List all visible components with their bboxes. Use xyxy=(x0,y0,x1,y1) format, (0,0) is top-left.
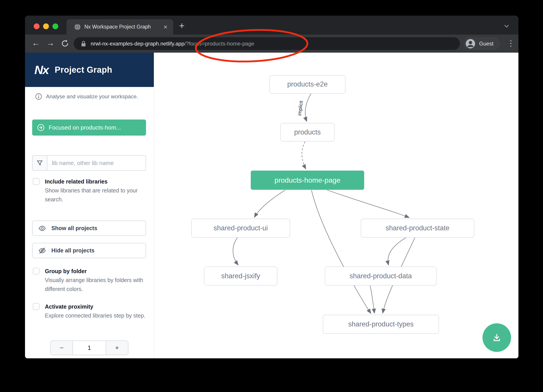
stepper-decrement-button[interactable]: − xyxy=(51,341,73,355)
edge-shared-product-state-shared-product-data xyxy=(388,238,406,265)
group-by-folder-row: Group by folder Visually arrange librari… xyxy=(33,267,146,293)
page-content: Nx Project Graph Analyse and visualize y… xyxy=(25,53,518,358)
lock-icon xyxy=(81,40,86,47)
edge-products-home-page-shared-product-ui xyxy=(254,190,285,217)
graph-node-products[interactable]: products xyxy=(280,123,334,141)
node-label: shared-product-state xyxy=(386,224,449,232)
tab-title: Nx Workspace Project Graph xyxy=(85,24,151,30)
hide-all-projects-label: Hide all projects xyxy=(51,247,94,254)
focused-button[interactable]: Focused on products-hom... xyxy=(32,120,146,136)
node-label: shared-product-data xyxy=(349,272,412,280)
show-all-projects-label: Show all projects xyxy=(51,225,97,232)
info-icon xyxy=(35,93,42,100)
graph-node-shared-product-ui[interactable]: shared-product-ui xyxy=(191,219,290,237)
edge-products-home-page-shared-product-types xyxy=(311,190,371,314)
tab-strip: Nx Workspace Project Graph × + xyxy=(25,16,518,35)
profile-button[interactable]: Guest xyxy=(464,37,500,50)
edge-products-products-home-page xyxy=(302,142,306,169)
close-window-button[interactable] xyxy=(34,23,40,29)
forward-button[interactable]: → xyxy=(46,38,55,48)
node-label: products-e2e xyxy=(287,80,328,88)
kebab-menu-icon[interactable]: ⋮ xyxy=(507,39,515,48)
group-by-folder-checkbox[interactable] xyxy=(33,268,40,275)
graph-node-shared-product-types[interactable]: shared-product-types xyxy=(323,315,439,334)
page-title: Project Graph xyxy=(55,65,112,75)
browser-tab[interactable]: Nx Workspace Project Graph × xyxy=(67,19,173,35)
node-label: shared-jsxify xyxy=(221,272,260,280)
tab-close-icon[interactable]: × xyxy=(164,24,167,30)
graph-node-shared-product-data[interactable]: shared-product-data xyxy=(325,267,436,285)
filter-icon xyxy=(33,156,47,170)
url-query: /?focus=products-home-page xyxy=(184,41,254,47)
project-graph-canvas[interactable]: implicit products-e2e products products-… xyxy=(154,53,518,358)
nx-logo: Nx xyxy=(34,64,48,76)
arrow-right-circle-icon xyxy=(37,124,45,131)
globe-favicon-icon xyxy=(74,24,81,30)
avatar-icon xyxy=(466,39,475,48)
edge-label-implicit: implicit xyxy=(296,100,304,116)
node-label: products-home-page xyxy=(274,176,340,184)
app-header: Nx Project Graph xyxy=(25,53,154,87)
minimize-window-button[interactable] xyxy=(43,23,49,29)
sidebar: Nx Project Graph Analyse and visualize y… xyxy=(25,53,154,358)
url-domain: nrwl-nx-examples-dep-graph.netlify.app xyxy=(91,41,184,47)
eye-icon xyxy=(38,225,46,232)
hide-all-projects-button[interactable]: Hide all projects xyxy=(32,243,146,258)
address-bar[interactable]: nrwl-nx-examples-dep-graph.netlify.app/?… xyxy=(74,37,460,50)
download-button[interactable] xyxy=(482,323,511,352)
zoom-window-button[interactable] xyxy=(52,23,58,29)
screenshot-canvas: Nx Workspace Project Graph × + ← → nrwl-… xyxy=(0,0,543,392)
stepper-increment-button[interactable]: + xyxy=(106,341,128,355)
download-icon xyxy=(491,332,503,343)
filter-input[interactable] xyxy=(47,156,146,170)
show-all-projects-button[interactable]: Show all projects xyxy=(32,221,146,236)
filter-box xyxy=(32,155,146,171)
reload-button[interactable] xyxy=(60,39,70,48)
activate-proximity-label: Activate proximity xyxy=(45,303,146,311)
new-tab-button[interactable]: + xyxy=(179,21,185,31)
browser-window: Nx Workspace Project Graph × + ← → nrwl-… xyxy=(25,16,518,358)
group-by-folder-description: Visually arrange libraries by folders wi… xyxy=(45,276,146,293)
graph-node-products-e2e[interactable]: products-e2e xyxy=(270,75,345,94)
focused-button-label: Focused on products-hom... xyxy=(49,124,121,131)
include-related-description: Show libraries that are related to your … xyxy=(45,186,146,204)
eye-off-icon xyxy=(38,247,46,254)
node-label: shared-product-types xyxy=(348,320,414,328)
back-button[interactable]: ← xyxy=(32,38,40,48)
node-label: shared-product-ui xyxy=(214,224,268,232)
activate-proximity-row: Activate proximity Explore connected lib… xyxy=(33,303,146,320)
tagline-text: Analyse and visualize your workspace. xyxy=(46,94,138,100)
profile-label: Guest xyxy=(479,41,493,47)
edge-products-home-page-shared-product-state xyxy=(327,190,409,218)
activate-proximity-description: Explore connected libraries step by step… xyxy=(45,311,146,320)
edge-products-e2e-products xyxy=(305,94,311,121)
activate-proximity-checkbox[interactable] xyxy=(33,303,40,310)
edge-shared-product-ui-shared-jsxify xyxy=(233,238,238,265)
node-label: products xyxy=(294,128,321,136)
include-related-row: Include related libraries Show libraries… xyxy=(33,177,146,204)
tagline: Analyse and visualize your workspace. xyxy=(35,93,138,100)
graph-node-products-home-page[interactable]: products-home-page xyxy=(251,171,364,190)
edge-shared-product-data-shared-product-types xyxy=(370,286,374,313)
graph-node-shared-product-state[interactable]: shared-product-state xyxy=(361,219,474,237)
proximity-stepper: − 1 + xyxy=(50,341,128,355)
include-related-label: Include related libraries xyxy=(45,177,146,186)
browser-toolbar: ← → nrwl-nx-examples-dep-graph.netlify.a… xyxy=(25,35,518,53)
chevron-down-icon[interactable] xyxy=(503,22,510,30)
group-by-folder-label: Group by folder xyxy=(45,267,146,275)
stepper-value[interactable]: 1 xyxy=(73,341,106,355)
graph-edges: implicit xyxy=(154,53,518,358)
include-related-checkbox[interactable] xyxy=(33,178,40,185)
graph-node-shared-jsxify[interactable]: shared-jsxify xyxy=(204,267,277,285)
